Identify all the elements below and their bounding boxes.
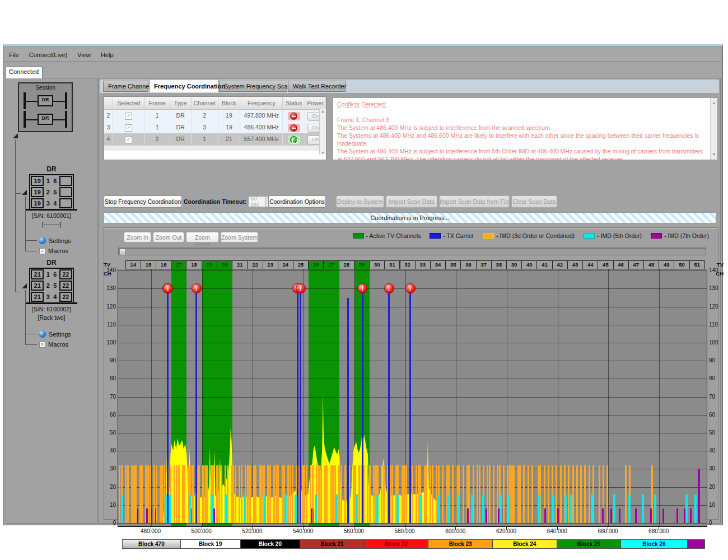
menu-item-view[interactable]: View bbox=[72, 49, 96, 61]
tv-channel-cell: 31 bbox=[384, 260, 400, 269]
frame-type-label: DR bbox=[6, 259, 97, 267]
type-cell: DR bbox=[170, 110, 192, 122]
block-segment-block-19: Block 19 bbox=[181, 540, 241, 548]
tab-frequency-coordination[interactable]: Frequency Coordination bbox=[149, 79, 218, 92]
tab-frame-channels[interactable]: Frame Channels bbox=[103, 81, 148, 92]
session-box[interactable]: Session DRDR bbox=[18, 82, 73, 132]
imd3-bar bbox=[373, 465, 375, 523]
imd3-bar bbox=[125, 465, 127, 523]
imd7-bar bbox=[650, 508, 652, 523]
conflicts-title: Conflicts Detected: bbox=[337, 100, 707, 108]
imd3-bar bbox=[221, 465, 222, 523]
table-row[interactable]: 2✓1DR219497.800 MHzOn bbox=[104, 110, 326, 122]
row-checkbox[interactable]: ✓ bbox=[125, 113, 132, 120]
menu-item-connectlive[interactable]: Connect(Live) bbox=[24, 49, 72, 61]
tv-channel-cell: 39 bbox=[506, 260, 522, 269]
y-axis-label-right: 80 bbox=[709, 376, 724, 381]
frame-slot bbox=[59, 187, 72, 197]
imd3-bar bbox=[403, 465, 405, 523]
tx-carrier-line bbox=[409, 288, 411, 523]
rack-unit-label: DR bbox=[38, 114, 53, 125]
chart-scrollbar-grip[interactable]: :::: bbox=[119, 249, 125, 255]
frame-slot: 19 bbox=[31, 176, 44, 186]
y-axis-label-right: 30 bbox=[709, 466, 724, 472]
imd3-bar bbox=[531, 465, 533, 523]
imd5-bar bbox=[642, 494, 644, 524]
y-axis-label-left: 30 bbox=[104, 466, 116, 472]
scroll-down-icon[interactable]: ▼ bbox=[321, 151, 325, 155]
scroll-up-icon[interactable]: ▲ bbox=[321, 109, 325, 113]
imd3-bar bbox=[253, 465, 255, 523]
row-checkbox[interactable]: ✓ bbox=[125, 124, 132, 132]
imd5-bar bbox=[211, 494, 213, 524]
warning-icon: ! bbox=[405, 283, 416, 293]
coordination-options-button[interactable]: Coordination Options bbox=[268, 195, 326, 208]
tv-channel-cell: 26 bbox=[308, 260, 324, 269]
frame-diagram[interactable]: 211622212522213422 bbox=[29, 268, 74, 302]
imd3-bar bbox=[153, 465, 155, 523]
imd5-bar bbox=[244, 494, 246, 524]
menu-item-file[interactable]: File bbox=[4, 49, 24, 61]
sidebar-item-settings[interactable]: Settings bbox=[39, 237, 71, 244]
imd3-bar bbox=[353, 465, 354, 523]
imd3-bar bbox=[463, 465, 464, 523]
imd3-bar bbox=[340, 465, 342, 523]
coordination-timeout-group: Coordination Timeout:60 sec▲▼ bbox=[184, 195, 273, 208]
sidebar-item-macros[interactable]: ≡Macros bbox=[39, 248, 68, 254]
tx-carrier-line bbox=[195, 288, 197, 523]
tab-walk-test-recorder[interactable]: Walk Test Recorder bbox=[288, 81, 346, 92]
tree-connector bbox=[25, 251, 37, 251]
zoom-button-zoom-system[interactable]: Zoom System bbox=[221, 232, 258, 242]
sidebar-item-settings[interactable]: Settings bbox=[39, 330, 71, 338]
legend-swatch bbox=[483, 233, 494, 239]
zoom-button-zoom-out[interactable]: Zoom Out bbox=[153, 232, 184, 242]
connection-status-tab[interactable]: Connected bbox=[6, 66, 43, 78]
imd3-bar bbox=[625, 465, 627, 523]
imd3-bar bbox=[287, 465, 289, 523]
scroll-up-icon[interactable]: ▲ bbox=[712, 99, 716, 107]
frequency-cell: 497.800 MHz bbox=[240, 110, 283, 122]
conflicts-scrollbar[interactable]: ▲▼ bbox=[710, 98, 717, 160]
legend-item: - TX Carrier bbox=[430, 232, 474, 239]
frame-slot: 22 bbox=[59, 292, 72, 302]
table-horizontal-scrollbar[interactable] bbox=[104, 145, 326, 151]
table-row[interactable]: 4✓2DR121557.400 MHzOn bbox=[104, 133, 326, 145]
status-badge bbox=[288, 112, 300, 120]
imd3-bar bbox=[259, 465, 261, 523]
tv-channel-cell: 22 bbox=[247, 260, 263, 269]
table-row[interactable]: 3✓1DR319486.400 MHzOn bbox=[104, 122, 326, 133]
settings-label: Settings bbox=[49, 331, 71, 338]
frame-serial-number: [S/N: 6100002] bbox=[6, 306, 97, 312]
y-axis-label-left: 130 bbox=[104, 286, 116, 291]
y-axis-label-right: 130 bbox=[709, 286, 724, 291]
row-checkbox[interactable]: ✓ bbox=[125, 136, 132, 143]
frame-expander-icon[interactable] bbox=[22, 190, 27, 195]
table-vertical-scrollbar[interactable]: ▲▼ bbox=[319, 109, 326, 155]
imd3-bar bbox=[273, 465, 275, 523]
frame-expander-icon[interactable] bbox=[22, 283, 27, 288]
session-expander-icon[interactable] bbox=[13, 133, 18, 138]
imd3-bar bbox=[135, 465, 137, 523]
frame-slot: 21 bbox=[31, 292, 44, 302]
chart-scrollbar[interactable]: :::: bbox=[118, 248, 706, 255]
imd5-bar bbox=[694, 494, 697, 524]
imd7-bar bbox=[467, 508, 469, 523]
frame-slot: 22 bbox=[59, 281, 72, 291]
table-header-Status: Status bbox=[283, 97, 305, 109]
tx-carrier-line bbox=[347, 298, 349, 524]
zoom-button-zoom-in[interactable]: Zoom In bbox=[124, 232, 151, 242]
application-root: FileConnect(Live)ViewHelp Connected Sess… bbox=[0, 0, 728, 560]
imd5-bar bbox=[552, 494, 554, 524]
zoom-button-zoom-home[interactable]: Zoom Home bbox=[186, 232, 219, 242]
stop-frequency-coordination-button[interactable]: Stop Frequency Coordination bbox=[104, 195, 182, 208]
imd7-bar bbox=[635, 508, 637, 523]
block-cell: 19 bbox=[218, 110, 241, 122]
imd3-bar bbox=[192, 465, 194, 523]
sidebar-item-macros[interactable]: ≡Macros bbox=[39, 341, 68, 348]
menu-item-help[interactable]: Help bbox=[96, 49, 119, 61]
tab-system-frequency-scan[interactable]: System Frequency Scan bbox=[219, 81, 287, 92]
frame-diagram[interactable]: 191619251934 bbox=[29, 174, 74, 209]
imd5-bar bbox=[356, 494, 358, 524]
scroll-down-icon[interactable]: ▼ bbox=[712, 151, 716, 158]
status-cell bbox=[283, 122, 305, 133]
